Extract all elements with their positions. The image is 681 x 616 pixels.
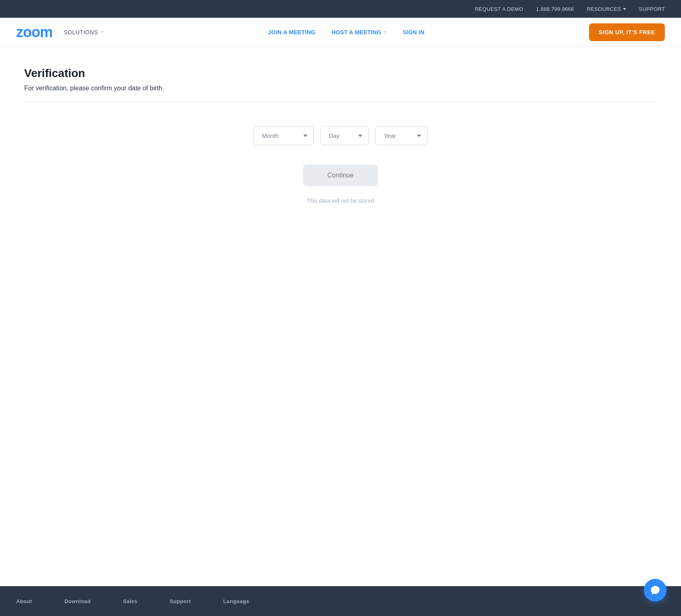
chat-bubble-button[interactable] [644, 579, 666, 601]
month-select[interactable]: Month January February March April May J… [253, 126, 314, 145]
continue-button[interactable]: Continue [303, 164, 378, 186]
day-select[interactable]: Day 123456789101112131415161718192021222… [320, 126, 369, 145]
footer-col-language: Language [223, 597, 249, 605]
content-divider [24, 102, 657, 102]
footer-col-support: Support [170, 597, 191, 605]
join-meeting-link[interactable]: JOIN A MEETING [268, 29, 315, 35]
month-select-wrapper: Month January February March April May J… [253, 126, 314, 145]
day-select-wrapper: Day 123456789101112131415161718192021222… [320, 126, 369, 145]
page-subtitle: For verification, please confirm your da… [24, 85, 657, 92]
nav-center: JOIN A MEETING HOST A MEETING SIGN IN [104, 29, 589, 35]
sign-up-button[interactable]: SIGN UP, IT'S FREE [589, 23, 665, 41]
support-link[interactable]: SUPPORT [639, 6, 665, 12]
zoom-logo[interactable]: zoom [16, 24, 52, 41]
footer-col-about: About [16, 597, 32, 605]
host-meeting-chevron-icon [383, 31, 386, 33]
footer-col-sales: Sales [123, 597, 138, 605]
request-demo-link[interactable]: REQUEST A DEMO [475, 6, 523, 12]
solutions-chevron-icon [100, 31, 104, 33]
footer: About Download Sales Support Language [0, 586, 681, 616]
main-nav: zoom SOLUTIONS JOIN A MEETING HOST A MEE… [0, 18, 681, 47]
host-meeting-link[interactable]: HOST A MEETING [332, 29, 386, 35]
resources-link[interactable]: RESOURCES [587, 6, 626, 12]
solutions-menu[interactable]: SOLUTIONS [64, 29, 104, 35]
nav-right: SIGN UP, IT'S FREE [589, 23, 665, 41]
year-select-wrapper: Year 20262025202420232022202120202019201… [375, 126, 428, 145]
chat-icon [650, 585, 660, 595]
date-picker-row: Month January February March April May J… [24, 126, 657, 145]
footer-col-download: Download [65, 597, 91, 605]
data-note: This data will not be stored [24, 198, 657, 204]
year-select[interactable]: Year 20262025202420232022202120202019201… [375, 126, 428, 145]
resources-chevron-icon [623, 8, 626, 10]
phone-link[interactable]: 1.888.799.9666 [536, 6, 574, 12]
top-bar: REQUEST A DEMO 1.888.799.9666 RESOURCES … [0, 0, 681, 18]
page-title: Verification [24, 67, 657, 80]
sign-in-link[interactable]: SIGN IN [403, 29, 424, 35]
main-content: Verification For verification, please co… [0, 47, 681, 586]
continue-btn-wrapper: Continue [24, 164, 657, 186]
